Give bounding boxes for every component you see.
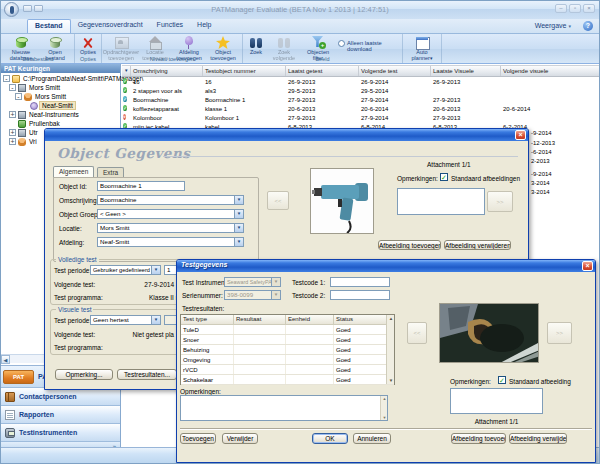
- testcode1-input[interactable]: [330, 277, 390, 287]
- test-image-remarks-textarea[interactable]: [450, 388, 543, 414]
- view-menu[interactable]: Weergave: [535, 22, 571, 29]
- planner-icon: [414, 36, 430, 49]
- results-row[interactable]: SnoerGoed: [181, 335, 394, 345]
- radio-icon[interactable]: [338, 40, 345, 47]
- grid-column-header[interactable]: Laatst getest: [286, 66, 359, 76]
- image-remove-button[interactable]: Afbeelding verwijderen: [444, 240, 511, 250]
- tree-item-4[interactable]: +Neaf-Instruments: [9, 110, 81, 119]
- test-results-grid[interactable]: Test typeResultaatEenheidStatus TuleDGoe…: [180, 314, 395, 385]
- grid-filter-icon[interactable]: ▼: [122, 66, 131, 76]
- grid-column-header[interactable]: Omschrijving: [131, 66, 203, 76]
- tree-item-7[interactable]: +Vri: [9, 137, 39, 146]
- ribbon-tab-bestand[interactable]: Bestand: [27, 19, 71, 33]
- chevron-down-icon[interactable]: ▼: [234, 210, 243, 218]
- image-add-button[interactable]: Afbeelding toevoegen: [378, 240, 441, 250]
- chevron-down-icon[interactable]: ▼: [234, 238, 243, 246]
- expand-icon[interactable]: +: [9, 111, 16, 118]
- image-remove-button[interactable]: Afbeelding verwijderen: [509, 433, 567, 444]
- ribbon-tab-functies[interactable]: Functies: [150, 19, 190, 33]
- grid-column-header[interactable]: Testobject nummer: [203, 66, 286, 76]
- radio-label: Alleen laatste download: [347, 40, 398, 52]
- results-column-header[interactable]: Resultaat: [234, 315, 286, 324]
- visual-test-program-label: Test programma:: [54, 344, 103, 351]
- results-column-header[interactable]: Eenheid: [286, 315, 334, 324]
- ribbon-button-auto-planner[interactable]: Auto planner: [405, 35, 439, 61]
- ribbon-tab-gegevensoverdracht[interactable]: Gegevensoverdracht: [71, 19, 150, 33]
- latest-download-radio[interactable]: Alleen laatste download: [338, 40, 398, 52]
- ribbon-button-opties[interactable]: Opties: [77, 35, 99, 56]
- ribbon-button-zoek[interactable]: Zoek: [245, 35, 267, 56]
- tree-item-1[interactable]: -Mors Smitt: [9, 83, 62, 92]
- table-row[interactable]: ✓koffiezetapparaatklasse 120-6-201320-6-…: [122, 104, 599, 113]
- field-object-groep[interactable]: < Geen >▼: [97, 209, 244, 219]
- table-row[interactable]: ×KolomboorKolomboor 127-9-201327-9-20142…: [122, 113, 599, 122]
- object-remarks-textarea[interactable]: [397, 188, 485, 215]
- results-column-header[interactable]: Test type: [181, 315, 234, 324]
- field-object-id[interactable]: Boormachine 1: [97, 181, 185, 191]
- results-grid-header[interactable]: Test typeResultaatEenheidStatus: [181, 315, 394, 325]
- remark-button[interactable]: Opmerking...: [55, 369, 113, 380]
- default-image-checkbox[interactable]: ✓: [498, 376, 506, 384]
- tree-item-2[interactable]: -Mors Smitt: [15, 92, 68, 101]
- chevron-down-icon[interactable]: ▼: [151, 316, 160, 324]
- default-image-checkbox[interactable]: ✓: [440, 173, 448, 181]
- cancel-button[interactable]: Annuleren: [353, 433, 391, 444]
- table-row[interactable]: ✓2 stappen voor alsals329-5-201329-5-201…: [122, 86, 599, 95]
- results-row[interactable]: SchakelaarGoed: [181, 375, 394, 385]
- grid-header[interactable]: ▼OmschrijvingTestobject nummerLaatst get…: [122, 65, 599, 77]
- maximize-button[interactable]: ▫: [569, 4, 581, 13]
- grid-column-header[interactable]: Laatste Visuele: [431, 66, 501, 76]
- chevron-down-icon[interactable]: ▼: [234, 224, 243, 232]
- object-dialog-heading: Object Gegevens: [57, 145, 190, 161]
- remove-button[interactable]: Verwijder: [222, 433, 258, 444]
- add-button[interactable]: Toevoegen: [180, 433, 216, 444]
- visual-test-period-combo[interactable]: Geen hertest▼: [90, 315, 161, 325]
- field-omschrijving[interactable]: Boormachine▼: [97, 195, 244, 205]
- ribbon-tab-help[interactable]: Help: [190, 19, 218, 33]
- collapse-icon[interactable]: -: [9, 84, 16, 91]
- table-cell: 16: [203, 79, 286, 85]
- tree-item-6[interactable]: +Utr: [9, 128, 40, 137]
- table-row[interactable]: ✓161626-9-201326-9-201426-9-2013: [122, 77, 599, 86]
- minimize-button[interactable]: –: [555, 4, 567, 13]
- test-dialog-titlebar[interactable]: Testgegevens ×: [177, 260, 595, 272]
- collapse-icon[interactable]: -: [15, 93, 22, 100]
- help-icon[interactable]: ?: [583, 21, 593, 31]
- results-grid-scrollbar[interactable]: [386, 315, 394, 384]
- results-row[interactable]: rVCDGoed: [181, 365, 394, 375]
- field-afdeling[interactable]: Neaf-Smitt▼: [97, 237, 244, 247]
- ok-button[interactable]: OK: [312, 433, 348, 444]
- grid-column-header[interactable]: Volgende visuele: [501, 66, 600, 76]
- sidebar-item-testinstrumenten[interactable]: Testinstrumenten: [1, 423, 120, 441]
- prev-attachment-button[interactable]: <<: [267, 191, 289, 210]
- full-test-period-combo[interactable]: Gebruiker gedefinieerd▼: [90, 265, 161, 275]
- tree-item-3[interactable]: Neaf-Smitt: [21, 101, 76, 110]
- close-button[interactable]: ×: [583, 4, 595, 13]
- collapse-icon[interactable]: -: [3, 75, 10, 82]
- prev-attachment-button[interactable]: <<: [407, 322, 427, 344]
- scroll-left-icon[interactable]: ◀: [1, 355, 10, 364]
- object-dialog-titlebar[interactable]: ×: [45, 129, 528, 141]
- next-attachment-button[interactable]: >>: [487, 191, 513, 212]
- chevron-down-icon[interactable]: ▼: [151, 266, 160, 274]
- close-icon[interactable]: ×: [515, 130, 526, 140]
- textarea-scrollbar[interactable]: [380, 396, 387, 420]
- results-row[interactable]: OmgevingGoed: [181, 355, 394, 365]
- results-row[interactable]: TuleDGoed: [181, 325, 394, 335]
- results-column-header[interactable]: Status: [334, 315, 388, 324]
- next-attachment-button[interactable]: >>: [547, 322, 572, 344]
- tree-item-5[interactable]: Prullenbak: [9, 119, 62, 128]
- expand-icon[interactable]: +: [9, 129, 16, 136]
- close-icon[interactable]: ×: [582, 261, 593, 271]
- chevron-down-icon[interactable]: ▼: [234, 196, 243, 204]
- results-row[interactable]: BehuizingGoed: [181, 345, 394, 355]
- sidebar-item-rapporten[interactable]: Rapporten: [1, 405, 120, 423]
- field-locatie[interactable]: Mors Smitt▼: [97, 223, 244, 233]
- test-results-button[interactable]: Testresultaten...: [117, 369, 177, 380]
- test-remarks-textarea[interactable]: [180, 395, 388, 421]
- testcode2-input[interactable]: [330, 290, 390, 300]
- image-add-button[interactable]: Afbeelding toevoegen: [451, 433, 506, 444]
- table-row[interactable]: ✓BoormachineBoormachine 127-9-201327-9-2…: [122, 95, 599, 104]
- expand-icon[interactable]: +: [9, 138, 16, 145]
- grid-column-header[interactable]: Volgende test: [359, 66, 431, 76]
